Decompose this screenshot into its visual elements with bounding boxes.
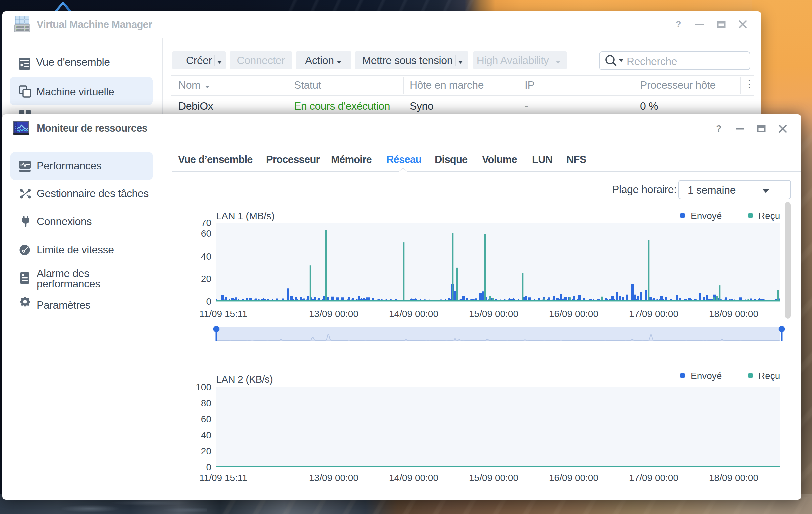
svg-text:?: ? — [676, 19, 681, 29]
